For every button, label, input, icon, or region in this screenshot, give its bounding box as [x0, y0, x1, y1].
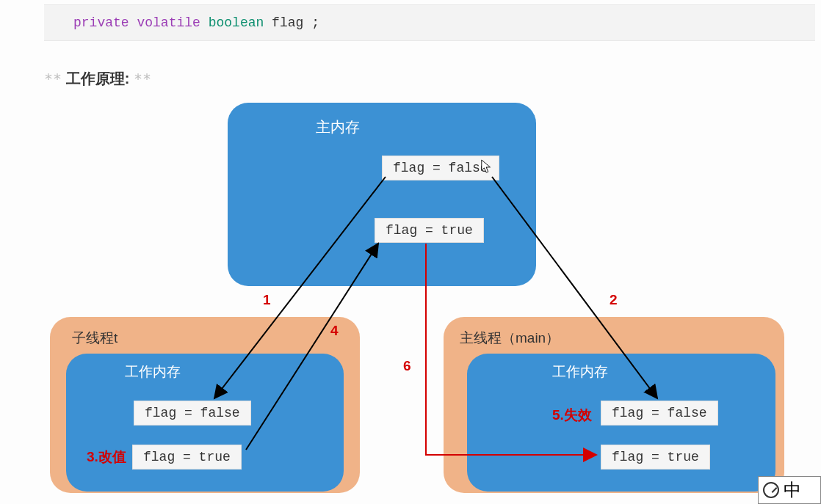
annotation-1: 1 — [263, 292, 271, 308]
heading-stars-left: ** — [44, 70, 62, 87]
annotation-6: 6 — [403, 358, 411, 374]
main-value-true: flag = true — [601, 445, 710, 470]
heading-stars-right: ** — [134, 70, 151, 87]
gauge-icon — [763, 482, 779, 498]
heading: ** 工作原理: ** — [44, 69, 151, 89]
keyword-private: private — [73, 15, 129, 30]
annotation-4: 4 — [330, 323, 339, 339]
keyword-volatile: volatile — [137, 15, 200, 30]
main-value-false: flag = false — [601, 401, 718, 426]
annotation-3: 3.改值 — [87, 448, 126, 467]
child-value-true: flag = true — [132, 445, 242, 470]
main-memory-value-false: flag = false — [382, 156, 499, 180]
main-memory-box: 主内存 — [228, 103, 536, 286]
child-value-false: flag = false — [134, 401, 251, 426]
keyword-boolean: boolean — [209, 15, 264, 30]
main-memory-label: 主内存 — [316, 117, 360, 137]
annotation-2: 2 — [610, 292, 618, 308]
child-thread-label: 子线程t — [72, 329, 117, 348]
semicolon: ; — [311, 15, 319, 30]
annotation-5: 5.失效 — [552, 406, 592, 425]
ime-language-char: 中 — [784, 478, 801, 502]
heading-title: 工作原理: — [66, 70, 130, 87]
main-memory-value-true: flag = true — [375, 218, 484, 243]
main-working-memory-label: 工作内存 — [552, 362, 608, 381]
main-thread-label: 主线程（main） — [460, 329, 560, 348]
code-block: private volatile boolean flag ; — [44, 4, 815, 41]
ime-indicator: 中 — [758, 476, 821, 504]
child-working-memory-label: 工作内存 — [125, 362, 181, 381]
variable-name: flag — [272, 15, 303, 30]
